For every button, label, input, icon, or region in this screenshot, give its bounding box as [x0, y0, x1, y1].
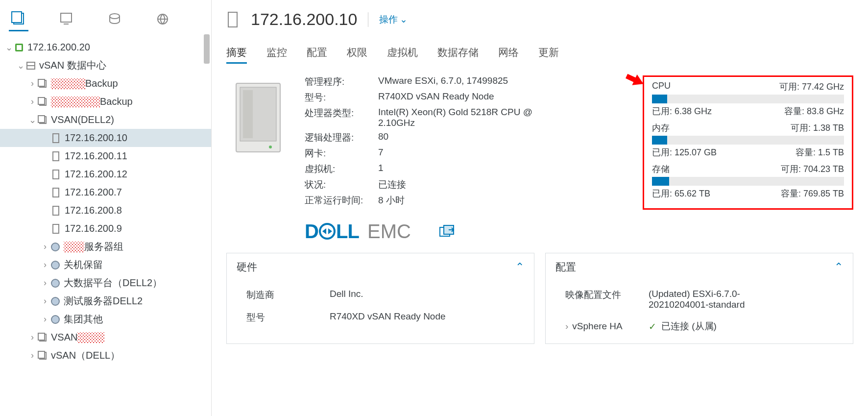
svg-rect-20 [53, 224, 59, 233]
tab-vms[interactable]: 虚拟机 [387, 46, 418, 64]
svg-rect-12 [38, 98, 45, 104]
tab-storage-icon[interactable] [105, 7, 124, 31]
tab-configure[interactable]: 配置 [307, 46, 327, 64]
detail-tabs: 摘要 监控 配置 权限 虚拟机 数据存储 网络 更新 [226, 46, 853, 64]
vapp-icon [37, 78, 48, 89]
host-icon [51, 151, 62, 162]
caret-down-icon[interactable]: ⌄ [16, 60, 25, 71]
resource-pool-icon [50, 260, 61, 270]
vapp-icon [37, 115, 48, 125]
value-vms: 1 [378, 163, 384, 175]
tree-host[interactable]: 172.16.200.11 [0, 147, 211, 165]
caret-right-icon[interactable]: › [40, 314, 50, 324]
scroll-thumb[interactable] [204, 34, 210, 64]
caret-down-icon[interactable]: ⌄ [4, 42, 14, 53]
svg-marker-35 [625, 71, 646, 89]
tab-hosts-clusters-icon[interactable] [9, 7, 28, 31]
label-state: 状况: [305, 178, 378, 191]
tree-vapp[interactable]: › Backup [0, 74, 211, 93]
metric-cpu-bar [652, 95, 844, 103]
cfg-ha-label[interactable]: › vSphere HA [565, 320, 649, 333]
tree-host[interactable]: 172.16.200.9 [0, 220, 211, 238]
card-hardware-title: 硬件 [237, 260, 257, 274]
tree-pool[interactable]: › 大数据平台（DELL2） [0, 274, 211, 292]
vcenter-icon [14, 42, 24, 53]
scrollbar[interactable] [202, 34, 211, 416]
card-hardware-header[interactable]: 硬件 ⌃ [227, 253, 534, 281]
label-logical-cpu: 逻辑处理器: [305, 131, 378, 144]
tab-summary[interactable]: 摘要 [226, 46, 247, 64]
redacted-label [77, 332, 105, 343]
caret-right-icon[interactable]: › [565, 321, 568, 332]
tree-datacenter[interactable]: ⌄ vSAN 数据中心 [0, 56, 211, 74]
svg-point-25 [51, 316, 59, 323]
tree-host[interactable]: 172.16.200.12 [0, 165, 211, 183]
caret-right-icon[interactable]: › [27, 78, 37, 89]
metric-mem-title: 内存 [652, 122, 670, 134]
tree-vapp[interactable]: › vSAN（DELL） [0, 346, 211, 365]
caret-right-icon[interactable]: › [40, 296, 50, 306]
card-config-header[interactable]: 配置 ⌃ [546, 253, 853, 281]
host-image [226, 75, 290, 159]
resource-pool-icon [50, 278, 61, 289]
caret-right-icon[interactable]: › [40, 260, 50, 270]
tab-permissions[interactable]: 权限 [347, 46, 367, 64]
tree-host[interactable]: 172.16.200.7 [0, 183, 211, 201]
metric-cpu-title: CPU [652, 81, 671, 93]
summary-cards: 硬件 ⌃ 制造商Dell Inc. 型号R740XD vSAN Ready No… [226, 253, 853, 344]
tab-network-icon[interactable] [153, 7, 172, 31]
svg-text:EMC: EMC [367, 220, 411, 242]
divider [368, 12, 368, 27]
caret-right-icon[interactable]: › [40, 278, 50, 288]
value-nics: 7 [378, 147, 384, 160]
chevron-up-icon[interactable]: ⌃ [515, 261, 524, 273]
vapp-icon [37, 350, 48, 361]
tab-monitor[interactable]: 监控 [266, 46, 287, 64]
host-icon [226, 11, 240, 28]
svg-point-3 [110, 14, 120, 19]
tree-host-selected[interactable]: 172.16.200.10 [0, 129, 211, 147]
metric-storage-used: 已用: 65.62 TB [652, 188, 710, 199]
hw-manufacturer-label: 制造商 [246, 289, 330, 301]
tree-vapp[interactable]: › Backup [0, 93, 211, 111]
label-nics: 网卡: [305, 147, 378, 160]
tab-vms-icon[interactable] [57, 7, 76, 31]
server-image-icon [231, 78, 285, 157]
vapp-icon [37, 97, 48, 107]
tree-vapp[interactable]: › VSAN [0, 328, 211, 346]
tree-pool[interactable]: › 测试服务器DELL2 [0, 292, 211, 310]
svg-rect-19 [53, 206, 59, 215]
metrics-panel: CPU可用: 77.42 GHz 已用: 6.38 GHz容量: 83.8 GH… [643, 75, 853, 210]
tree-vapp-vsan-dell2[interactable]: ⌄ VSAN(DELL2) [0, 111, 211, 129]
tree-pool[interactable]: › 服务器组 [0, 238, 211, 256]
caret-right-icon[interactable]: › [27, 350, 37, 361]
host-icon [51, 205, 62, 216]
tree-pool[interactable]: › 关机保留 [0, 256, 211, 274]
chevron-up-icon[interactable]: ⌃ [834, 261, 843, 273]
label-vms: 虚拟机: [305, 163, 378, 175]
tab-updates[interactable]: 更新 [538, 46, 559, 64]
caret-right-icon[interactable]: › [27, 332, 37, 343]
tab-networks[interactable]: 网络 [498, 46, 519, 64]
tree-pool[interactable]: › 集团其他 [0, 310, 211, 328]
value-logical-cpu: 80 [378, 131, 388, 144]
caret-right-icon[interactable]: › [27, 97, 37, 107]
host-icon [51, 223, 62, 234]
caret-right-icon[interactable]: › [40, 242, 50, 252]
cfg-image-profile-label: 映像配置文件 [565, 289, 649, 310]
svg-point-22 [51, 261, 59, 269]
value-uptime: 8 小时 [378, 194, 405, 207]
inventory-tree: ⌄ 172.16.200.20 ⌄ vSAN 数据中心 › Backup › B… [0, 34, 211, 416]
annotation-arrow-icon [625, 71, 649, 91]
actions-dropdown[interactable]: 操作 ⌄ [379, 13, 408, 26]
redacted-label [64, 242, 84, 252]
metric-cpu-avail: 可用: 77.42 GHz [779, 81, 844, 93]
caret-down-icon[interactable]: ⌄ [27, 115, 37, 125]
external-link-icon[interactable] [439, 224, 456, 239]
hosts-clusters-icon [11, 11, 26, 26]
metric-mem-bar [652, 136, 844, 145]
tree-host[interactable]: 172.16.200.8 [0, 201, 211, 220]
tree-vcenter[interactable]: ⌄ 172.16.200.20 [0, 38, 211, 56]
tab-datastores[interactable]: 数据存储 [437, 46, 479, 64]
metric-storage: 存储可用: 704.23 TB 已用: 65.62 TB容量: 769.85 T… [652, 163, 844, 199]
